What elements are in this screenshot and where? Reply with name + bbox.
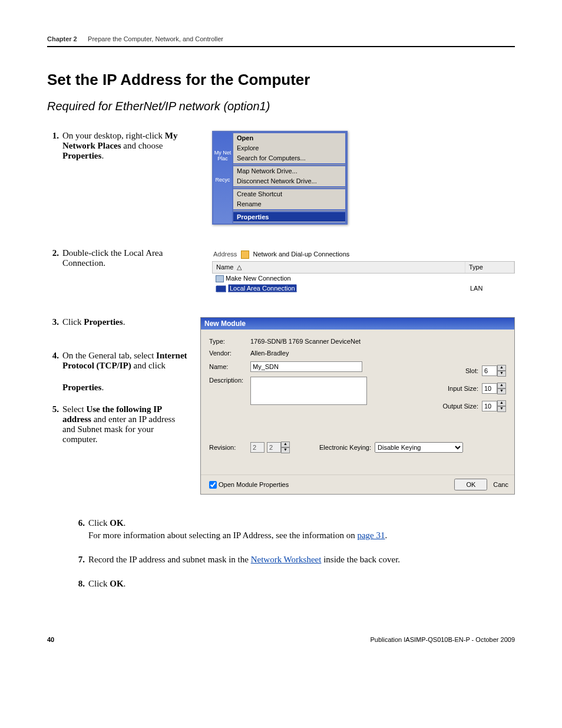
col-type[interactable]: Type [465,262,514,273]
page-31-link[interactable]: page 31 [357,531,385,540]
steps-3-5: 3.Click Properties. 4.On the General tab… [47,317,200,495]
step-8: 8.Click OK. [47,579,515,589]
explorer-figure: Address Network and Dial-up Connections … [212,248,515,294]
description-input[interactable] [250,377,367,405]
ctx-menu-explore[interactable]: Explore [233,143,345,153]
rev-up[interactable]: ▲ [281,442,290,447]
chapter-title: Prepare the Computer, Network, and Contr… [88,35,223,42]
outsize-up[interactable]: ▲ [497,400,506,406]
ctx-menu-rename[interactable]: Rename [233,199,345,209]
explorer-columns: Name △ Type [212,261,515,274]
step-6: 6.Click OK. For more information about s… [47,518,515,541]
ctx-menu-disconnect-drive[interactable]: Disconnect Network Drive... [233,176,345,186]
insize-down[interactable]: ▼ [497,388,506,394]
open-module-properties-label: Open Module Properties [219,481,289,488]
ctx-menu-properties[interactable]: Properties [233,212,345,222]
network-worksheet-link[interactable]: Network Worksheet [251,555,322,564]
vendor-label: Vendor: [209,350,250,357]
insize-up[interactable]: ▲ [497,383,506,388]
page-header: Chapter 2 Prepare the Computer, Network,… [47,35,515,46]
ctx-menu-create-shortcut[interactable]: Create Shortcut [233,189,345,199]
input-size-input[interactable] [482,383,497,394]
new-module-dialog: New Module Type: 1769-SDN/B 1769 Scanner… [200,317,515,495]
desktop-icons-strip: My Net Plac Recyc [213,132,232,223]
context-menu-figure: My Net Plac Recyc Open Explore Search fo… [212,131,515,225]
revision-label: Revision: [209,444,250,451]
step-4: 4.On the General tab, select Internet Pr… [62,351,189,371]
publication-info: Publication IASIMP-QS010B-EN-P - October… [370,636,515,643]
slot-label: Slot: [465,367,478,374]
step-3: 3.Click Properties. [62,317,189,327]
type-value: 1769-SDN/B 1769 Scanner DeviceNet [250,338,361,345]
electronic-keying-select[interactable]: Disable Keying [375,442,463,453]
step-1: 1.On your desktop, right-click My Networ… [47,131,212,161]
description-label: Description: [209,377,250,384]
name-input[interactable] [250,361,362,372]
slot-down[interactable]: ▼ [497,371,506,377]
address-label: Address [213,251,237,258]
row-local-area-connection[interactable]: Local Area Connection LAN [212,284,515,294]
output-size-input[interactable] [482,401,497,411]
step-4-cont: Properties. [62,383,189,393]
page-number: 40 [47,636,54,643]
connection-icon [216,275,224,282]
page-title: Set the IP Address for the Computer [47,71,515,89]
electronic-keying-label: Electronic Keying: [319,444,371,451]
ok-button[interactable]: OK [454,479,487,490]
vendor-value: Allen-Bradley [250,350,289,357]
output-size-label: Output Size: [442,403,478,410]
page-subtitle: Required for EtherNet/IP network (option… [47,100,515,113]
name-label: Name: [209,363,250,370]
chapter-label: Chapter 2 [47,35,77,42]
revision-major [250,442,265,453]
step-2: 2.Double-click the Local Area Connection… [47,248,212,268]
outsize-down[interactable]: ▼ [497,406,506,412]
step-7: 7.Record the IP address and subnet mask … [47,555,515,565]
header-rule [47,46,515,47]
dialog-titlebar: New Module [201,318,514,330]
input-size-label: Input Size: [448,385,478,392]
folder-icon [241,251,249,259]
ctx-menu-map-drive[interactable]: Map Network Drive... [233,166,345,176]
rev-down[interactable]: ▼ [281,447,290,453]
open-module-properties-checkbox[interactable] [209,481,217,489]
ctx-menu-search[interactable]: Search for Computers... [233,153,345,163]
revision-minor [267,442,281,453]
ctx-menu-open[interactable]: Open [233,133,345,143]
step-5: 5.Select Use the following IP address an… [62,404,189,444]
col-name[interactable]: Name △ [213,262,465,273]
address-value: Network and Dial-up Connections [253,251,349,258]
slot-up[interactable]: ▲ [497,365,506,371]
type-label: Type: [209,338,250,345]
connection-icon [216,285,226,292]
slot-input[interactable] [482,365,497,376]
row-make-new-connection[interactable]: Make New Connection [212,274,515,284]
cancel-button[interactable]: Canc [493,481,508,488]
